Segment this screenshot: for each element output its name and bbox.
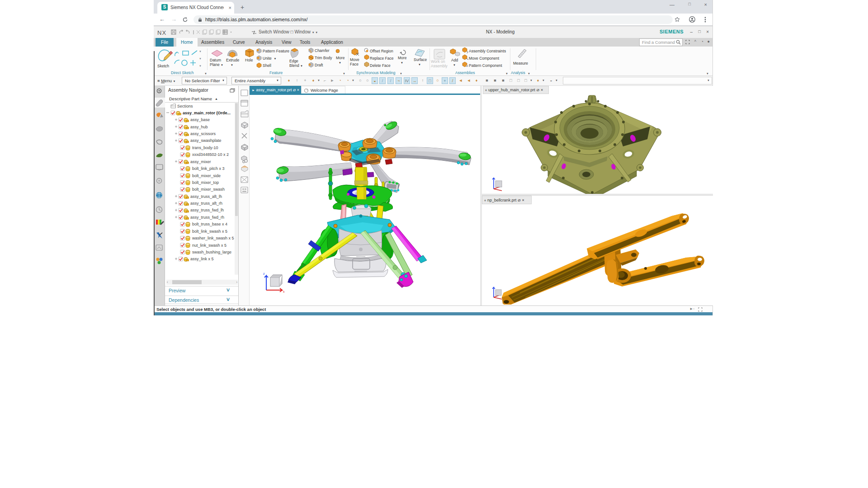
svg-text:x: x (283, 290, 285, 293)
svg-text:z: z (263, 272, 265, 275)
